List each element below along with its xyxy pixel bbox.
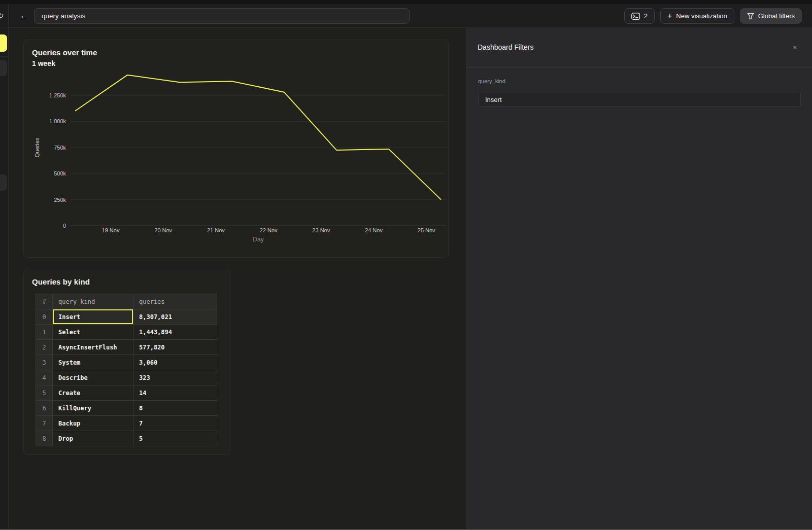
plus-icon: +: [667, 13, 672, 20]
row-index-cell: 5: [36, 385, 53, 401]
table-cell[interactable]: Drop: [53, 431, 133, 446]
table-cell[interactable]: AsyncInsertFlush: [53, 340, 133, 355]
new-visualization-button[interactable]: + New visualization: [660, 8, 734, 24]
queries-series-line: [75, 75, 441, 200]
table-cell[interactable]: 5: [133, 431, 217, 446]
table-cell[interactable]: Insert: [53, 309, 133, 325]
y-tick-label: 1 000k: [49, 118, 66, 124]
table-row: 7Backup7: [36, 416, 217, 431]
new-visualization-label: New visualization: [676, 12, 727, 20]
sidebar-item-swatch[interactable]: [0, 174, 7, 191]
window-top-strip: [0, 0, 812, 4]
row-index-cell: 6: [36, 401, 53, 416]
dashboard-filters-panel: Dashboard Filters × query_kind: [466, 28, 812, 530]
sidebar-item-active-swatch[interactable]: [0, 34, 7, 52]
row-index-cell: 4: [36, 370, 53, 385]
row-index-cell: 3: [36, 355, 53, 370]
x-tick-label: 25 Nov: [418, 227, 435, 233]
filter-field-label: query_kind: [478, 78, 505, 84]
table-row: 0Insert8,307,021: [36, 309, 217, 325]
column-header[interactable]: #: [36, 294, 53, 309]
global-filters-button[interactable]: Global filters: [740, 8, 802, 24]
table-row: 1Select1,443,894: [36, 325, 217, 340]
panel-divider: [466, 67, 812, 68]
column-header[interactable]: query_kind: [53, 294, 133, 309]
table-cell[interactable]: 323: [133, 370, 217, 385]
sidebar-divider: [0, 56, 9, 57]
table-row: 4Describe323: [36, 370, 217, 385]
table-row: 6KillQuery8: [36, 401, 217, 416]
y-tick-label: 1 250k: [49, 92, 66, 98]
global-filters-label: Global filters: [758, 12, 795, 20]
table-cell[interactable]: Backup: [53, 416, 133, 431]
table-title: Queries by kind: [32, 277, 230, 286]
topbar-actions: 2 + New visualization Global filters: [624, 8, 802, 24]
table-row: 3System3,060: [36, 355, 217, 370]
x-tick-label: 19 Nov: [102, 227, 120, 233]
sidebar-divider: [0, 28, 9, 28]
table-cell[interactable]: Select: [53, 325, 133, 340]
filters-panel-title: Dashboard Filters: [478, 43, 534, 51]
back-button[interactable]: ←: [20, 11, 28, 21]
sql-console-count-button[interactable]: 2: [624, 8, 655, 24]
funnel-icon: [747, 13, 754, 20]
table-cell[interactable]: Create: [53, 385, 133, 401]
table-cell[interactable]: KillQuery: [53, 401, 133, 416]
x-tick-label: 24 Nov: [365, 227, 383, 233]
y-tick-label: 750k: [54, 145, 66, 151]
console-count-label: 2: [644, 12, 648, 20]
table-row: 5Create14: [36, 385, 217, 401]
y-tick-label: 500k: [54, 170, 66, 176]
table-cell[interactable]: Describe: [53, 370, 133, 385]
y-tick-label: 0: [63, 223, 66, 229]
dashboard-title-input[interactable]: [34, 8, 410, 24]
queries-by-kind-table: #query_kindqueries 0Insert8,307,0211Sele…: [36, 294, 217, 446]
column-header[interactable]: queries: [133, 294, 217, 309]
left-rail: ↻: [0, 4, 9, 530]
query-kind-filter-input[interactable]: [478, 92, 801, 107]
table-cell[interactable]: System: [53, 355, 133, 370]
top-bar: ← 2 + New visualization: [9, 4, 812, 28]
close-icon[interactable]: ×: [793, 44, 797, 51]
sidebar-item-swatch[interactable]: [0, 60, 7, 76]
x-axis-title: Day: [253, 236, 263, 243]
table-cell[interactable]: 8,307,021: [133, 309, 217, 325]
row-index-cell: 0: [36, 309, 53, 325]
table-cell[interactable]: 3,060: [133, 355, 217, 370]
sql-console-icon: [631, 13, 640, 20]
x-tick-label: 21 Nov: [207, 227, 225, 233]
dashboard-canvas: Queries over time 1 week 0250k500k750k1 …: [9, 28, 466, 530]
table-body: 0Insert8,307,0211Select1,443,8942AsyncIn…: [36, 309, 217, 446]
table-cell[interactable]: 577,820: [133, 340, 217, 355]
table-row: 2AsyncInsertFlush577,820: [36, 340, 217, 355]
refresh-icon[interactable]: ↻: [0, 11, 4, 20]
y-tick-label: 250k: [54, 197, 66, 203]
row-index-cell: 8: [36, 431, 53, 446]
table-header: #query_kindqueries: [36, 294, 217, 309]
x-tick-label: 23 Nov: [312, 227, 330, 233]
x-tick-label: 20 Nov: [154, 227, 172, 233]
table-cell[interactable]: 7: [133, 416, 217, 431]
table-cell[interactable]: 1,443,894: [133, 325, 217, 340]
x-tick-label: 22 Nov: [260, 227, 278, 233]
y-axis-title: Queries: [34, 137, 40, 157]
row-index-cell: 1: [36, 325, 53, 340]
queries-over-time-chart: 0250k500k750k1 000k1 250kQueries19 Nov20…: [32, 66, 446, 245]
table-cell[interactable]: 8: [133, 401, 217, 416]
queries-over-time-card[interactable]: Queries over time 1 week 0250k500k750k1 …: [23, 40, 449, 258]
row-index-cell: 2: [36, 340, 53, 355]
queries-by-kind-card[interactable]: Queries by kind #query_kindqueries 0Inse…: [23, 269, 230, 455]
row-index-cell: 7: [36, 416, 53, 431]
chart-title: Queries over time: [32, 48, 448, 57]
table-cell[interactable]: 14: [133, 385, 217, 401]
table-row: 8Drop5: [36, 431, 217, 446]
